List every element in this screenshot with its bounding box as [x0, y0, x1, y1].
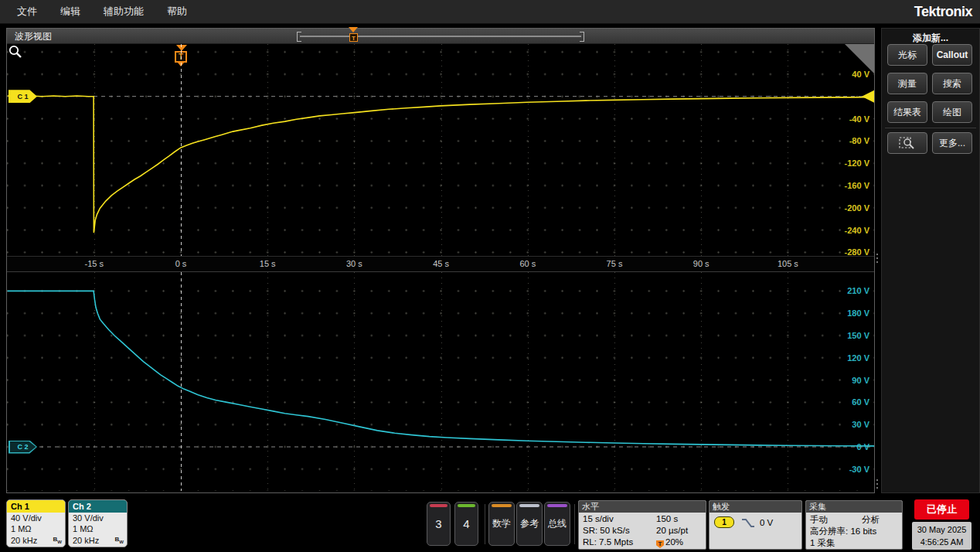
graticule-channel2[interactable]: 210 V180 V150 V120 V90 V60 V30 V0 V-30 V…	[7, 271, 874, 491]
channel2-scale: 30 V/div	[69, 513, 127, 523]
horizontal-panel[interactable]: 水平 15 s/div 150 s SR: 50 kS/s 20 µs/pt R…	[578, 500, 706, 550]
minimap-trigger-t-icon[interactable]: T	[349, 33, 358, 42]
sidebar-button-4[interactable]: 结果表	[887, 101, 927, 123]
bottombar-separator	[485, 504, 485, 544]
acquisition-mode: 手动	[810, 514, 828, 526]
time-tick-label: 45 s	[433, 259, 449, 268]
trigger-source-badge: 1	[714, 516, 734, 528]
horizontal-position-minimap[interactable]: T	[297, 29, 584, 43]
zoom-area-icon	[898, 135, 917, 151]
waveform-trace-c1	[7, 44, 874, 256]
channel2-flag-label: C 2	[10, 441, 36, 452]
sidebar-divider	[885, 128, 976, 128]
horizontal-window: 150 s	[656, 514, 678, 523]
menu-item-3[interactable]: 帮助	[167, 5, 187, 19]
waveform-view-titlebar: 波形视图 T	[7, 29, 874, 44]
minimap-track	[300, 36, 581, 37]
more-button[interactable]: 更多...	[932, 132, 972, 154]
time-tick-label: 90 s	[693, 259, 709, 268]
time-tick-label: 15 s	[260, 259, 276, 268]
menu-item-2[interactable]: 辅助功能	[104, 5, 144, 19]
bandwidth-limit-icon: BW	[53, 536, 62, 544]
sample-rate: SR: 50 kS/s	[583, 526, 630, 535]
horizontal-scale: 15 s/div	[583, 514, 614, 523]
trigger-position-percent: T20%	[656, 537, 683, 548]
falling-edge-icon	[740, 517, 756, 529]
time-tick-label: 0 s	[175, 259, 187, 268]
oscilloscope-app: 文件编辑辅助功能帮助 Tektronix 波形视图 T T 40 V-40 V-…	[0, 0, 980, 552]
time-tick-label: 60 s	[519, 259, 536, 268]
sidebar-button-1[interactable]: Callout	[932, 44, 972, 66]
channel1-impedance: 1 MΩ	[7, 523, 65, 534]
trigger-panel[interactable]: 触发 1 0 V	[709, 500, 802, 550]
waveform-view-title: 波形视图	[7, 31, 52, 42]
channel-color-stripe	[547, 504, 567, 507]
sidebar-button-2[interactable]: 测量	[887, 73, 927, 94]
add-new-title: 添加新...	[882, 32, 979, 45]
menu-item-0[interactable]: 文件	[17, 5, 37, 19]
channel-button-总线[interactable]: 总线	[544, 502, 570, 546]
sidebar-button-0[interactable]: 光标	[887, 44, 927, 66]
splitter-handle2-icon[interactable]	[876, 479, 879, 489]
minimap-right-bracket-icon	[580, 32, 584, 42]
horizontal-panel-title: 水平	[579, 501, 706, 513]
channel1-badge[interactable]: Ch 1 40 V/div 1 MΩ 20 kHz BW	[6, 499, 66, 547]
sidebar-button-5[interactable]: 绘图	[932, 101, 972, 123]
time-tick-label: 30 s	[346, 259, 362, 268]
channel2-impedance: 1 MΩ	[69, 523, 127, 534]
channel-color-stripe	[458, 504, 475, 507]
record-length: RL: 7.5 Mpts	[583, 537, 633, 547]
channel2-badge-title: Ch 2	[69, 500, 127, 513]
acquisition-panel-title: 采集	[806, 501, 902, 513]
tektronix-logo: Tektronix	[914, 4, 972, 20]
bottombar-separator	[574, 504, 575, 544]
trigger-panel-title: 触发	[709, 501, 801, 513]
zoom-area-button[interactable]	[887, 132, 927, 154]
waveform-view-window: 波形视图 T T 40 V-40 V-80 V-120 V-160 V-200 …	[6, 28, 875, 493]
channel1-badge-title: Ch 1	[7, 500, 65, 513]
channel-color-stripe	[430, 504, 447, 507]
channel-button-4[interactable]: 4	[454, 502, 478, 546]
time-tick-label: -15 s	[85, 259, 104, 268]
acquisition-analyze: 分析	[862, 514, 880, 526]
channel-color-stripe	[492, 504, 512, 507]
datetime-display: 30 May 2025 4:56:25 AM	[912, 522, 971, 550]
channel1-level-arrow-icon[interactable]	[862, 90, 874, 103]
channel-color-stripe	[519, 504, 539, 507]
add-new-sidebar: 添加新... 更多... 光标Callout测量搜索结果表绘图	[881, 28, 980, 493]
channel-button-参考[interactable]: 参考	[516, 502, 543, 546]
bandwidth-limit-icon: BW	[115, 536, 124, 544]
acquisition-count: 1 采集	[810, 537, 835, 549]
splitter-handle-icon[interactable]	[876, 254, 879, 263]
waveform-trace-c2	[7, 272, 874, 491]
acquisition-panel[interactable]: 采集 手动 分析 高分辨率: 16 bits 1 采集	[805, 500, 903, 550]
menu-bar: 文件编辑辅助功能帮助	[0, 0, 980, 24]
channel-button-3[interactable]: 3	[427, 502, 451, 546]
run-stop-button[interactable]: 已停止	[914, 499, 969, 520]
channel1-scale: 40 V/div	[7, 513, 65, 523]
time-axis: -15 s0 s15 s30 s45 s60 s75 s90 s105 s	[7, 256, 874, 272]
trace-line	[8, 291, 874, 446]
trace-line	[8, 96, 874, 233]
trigger-level: 0 V	[760, 518, 773, 527]
time-text: 4:56:25 AM	[912, 536, 971, 548]
date-text: 30 May 2025	[912, 523, 971, 536]
acquisition-detail: 高分辨率: 16 bits	[810, 526, 876, 537]
sidebar-button-3[interactable]: 搜索	[932, 73, 972, 94]
graticule-channel1[interactable]: T 40 V-40 V-80 V-120 V-160 V-200 V-240 V…	[7, 44, 874, 256]
time-tick-label: 75 s	[607, 259, 623, 268]
sample-resolution: 20 µs/pt	[656, 526, 688, 535]
trigger-position-mini-icon: T	[656, 540, 664, 548]
time-tick-label: 105 s	[778, 259, 798, 268]
channel-button-数学[interactable]: 数学	[488, 502, 515, 546]
menu-item-1[interactable]: 编辑	[60, 5, 80, 19]
channel2-badge[interactable]: Ch 2 30 V/div 1 MΩ 20 kHz BW	[68, 499, 128, 547]
minimap-trigger-arrow-icon[interactable]	[349, 27, 358, 32]
